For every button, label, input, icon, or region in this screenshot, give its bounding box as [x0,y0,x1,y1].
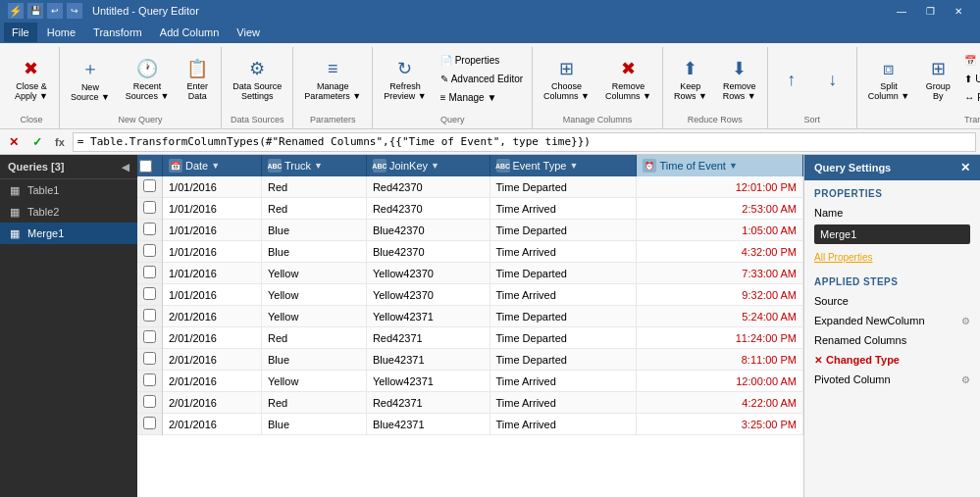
row-checkbox-cell[interactable] [137,371,163,392]
all-properties-link[interactable]: All Properties [804,250,980,269]
table-row: 1/01/2016 Yellow Yellow42370 Time Depart… [137,263,803,284]
transform-buttons: ⧈ SplitColumn ▼ ⊞ GroupBy 📅 Data Type: D… [861,49,980,113]
joinkey-sort-icon[interactable]: ▼ [431,161,439,171]
col-header-eventtype[interactable]: ABC Event Type ▼ [490,155,637,176]
step-item-pivoted-column[interactable]: Pivoted Column⚙ [804,370,980,389]
query-settings-close-button[interactable]: ✕ [960,161,970,174]
cell-joinkey: Red42371 [366,392,490,414]
row-checkbox[interactable] [143,309,156,322]
row-checkbox[interactable] [143,223,156,235]
sidebar-item-table2[interactable]: ▦ Table2 [0,201,137,223]
remove-columns-button[interactable]: ✖ RemoveColumns ▼ [598,51,658,108]
formula-cancel-button[interactable]: ✕ [4,132,24,152]
col-header-joinkey[interactable]: ABC JoinKey ▼ [366,155,490,176]
manage-button[interactable]: ≡ Manage ▼ [436,88,528,106]
row-checkbox-cell[interactable] [137,198,163,220]
table-row: 1/01/2016 Red Red42370 Time Arrived 2:53… [137,198,803,220]
cell-timeofevent: 9:32:00 AM [637,284,803,306]
row-checkbox[interactable] [143,417,156,429]
refresh-preview-button[interactable]: ↻ RefreshPreview ▼ [377,51,433,108]
save-icon-title[interactable]: 💾 [27,3,43,19]
row-checkbox[interactable] [143,287,156,300]
row-checkbox[interactable] [143,330,156,343]
data-type-button[interactable]: 📅 Data Type: Date ▼ [959,51,980,69]
row-checkbox-cell[interactable] [137,263,163,284]
recent-sources-button[interactable]: 🕐 RecentSources ▼ [119,51,176,108]
row-checkbox[interactable] [143,352,156,365]
row-checkbox[interactable] [143,395,156,408]
sidebar-collapse-button[interactable]: ◀ [122,162,129,173]
timeofevent-sort-icon[interactable]: ▼ [729,161,738,171]
step-label: Expanded NewColumn [814,315,925,326]
row-checkbox-cell[interactable] [137,392,163,414]
cell-joinkey: Yellow42370 [366,284,490,306]
row-checkbox-cell[interactable] [137,284,163,306]
formula-input[interactable] [73,132,976,152]
choose-columns-button[interactable]: ⊞ ChooseColumns ▼ [537,51,596,108]
enter-data-button[interactable]: 📋 EnterData [178,51,217,108]
sidebar-item-table1[interactable]: ▦ Table1 [0,179,137,201]
menu-file[interactable]: File [4,23,37,42]
menu-home[interactable]: Home [39,23,83,42]
col-header-truck[interactable]: ABC Truck ▼ [261,155,366,176]
row-checkbox-cell[interactable] [137,220,163,241]
close-apply-button[interactable]: ✖ Close &Apply ▼ [8,51,55,108]
close-button[interactable]: ✕ [945,0,972,22]
minimize-button[interactable]: — [888,0,915,22]
joinkey-type-icon: ABC [373,159,387,173]
maximize-button[interactable]: ❐ [916,0,944,22]
keep-rows-button[interactable]: ⬆ KeepRows ▼ [667,51,714,108]
row-checkbox-cell[interactable] [137,241,163,263]
row-checkbox-cell[interactable] [137,414,163,435]
header-checkbox[interactable] [139,160,152,173]
eventtype-col-label: Event Type [513,160,567,172]
manage-parameters-button[interactable]: ≡ ManageParameters ▼ [297,51,368,108]
name-property-value[interactable]: Merge1 [814,224,970,244]
row-checkbox[interactable] [143,179,156,192]
step-item-changed-type[interactable]: ✕Changed Type [804,350,980,370]
formula-confirm-button[interactable]: ✓ [27,132,47,152]
step-item-source[interactable]: Source [804,291,980,311]
row-checkbox-cell[interactable] [137,176,163,198]
data-table-container[interactable]: 📅 Date ▼ ABC Truck ▼ [137,155,803,497]
col-header-date[interactable]: 📅 Date ▼ [163,155,262,176]
col-header-timeofevent[interactable]: ⏰ Time of Event ▼ [637,155,803,176]
table-row: 2/01/2016 Red Red42371 Time Departed 11:… [137,327,803,349]
sort-desc-button[interactable]: ↓ [813,51,852,108]
date-sort-icon[interactable]: ▼ [211,161,220,171]
sort-asc-button[interactable]: ↑ [772,51,811,108]
properties-button[interactable]: 📄 Properties [436,51,528,69]
step-item-expanded-newcolumn[interactable]: Expanded NewColumn⚙ [804,311,980,330]
row-checkbox-cell[interactable] [137,327,163,349]
data-source-settings-button[interactable]: ⚙ Data SourceSettings [226,51,288,108]
remove-rows-button[interactable]: ⬇ RemoveRows ▼ [716,51,763,108]
menu-view[interactable]: View [229,23,268,42]
step-gear-icon[interactable]: ⚙ [961,374,970,385]
row-checkbox[interactable] [143,244,156,257]
sidebar-item-merge1[interactable]: ▦ Merge1 [0,223,137,244]
step-gear-icon[interactable]: ⚙ [961,316,970,326]
eventtype-sort-icon[interactable]: ▼ [569,161,578,171]
choose-columns-icon: ⊞ [559,58,574,79]
sidebar-item-label-table1: Table1 [27,184,59,196]
new-source-button[interactable]: ＋ NewSource ▼ [64,51,117,108]
truck-sort-icon[interactable]: ▼ [314,161,323,171]
replace-values-button[interactable]: ↔ Replace Values [959,88,980,106]
menu-add-column[interactable]: Add Column [152,23,228,42]
advanced-editor-button[interactable]: ✎ Advanced Editor [436,70,528,87]
step-item-renamed-columns[interactable]: Renamed Columns [804,330,980,350]
select-all-checkbox[interactable] [137,155,163,176]
cell-joinkey: Blue42370 [366,241,490,263]
row-checkbox[interactable] [143,201,156,214]
row-checkbox-cell[interactable] [137,349,163,371]
row-checkbox[interactable] [143,373,156,386]
split-column-button[interactable]: ⧈ SplitColumn ▼ [861,51,916,108]
menu-transform[interactable]: Transform [85,23,150,42]
group-by-button[interactable]: ⊞ GroupBy [918,51,957,108]
undo-icon-title[interactable]: ↩ [47,3,63,19]
row-checkbox[interactable] [143,266,156,278]
table-row: 2/01/2016 Red Red42371 Time Arrived 4:22… [137,392,803,414]
row-checkbox-cell[interactable] [137,306,163,327]
redo-icon-title[interactable]: ↪ [67,3,82,19]
first-row-header-button[interactable]: ⬆ Use First Row As Headers ▼ [959,70,980,87]
